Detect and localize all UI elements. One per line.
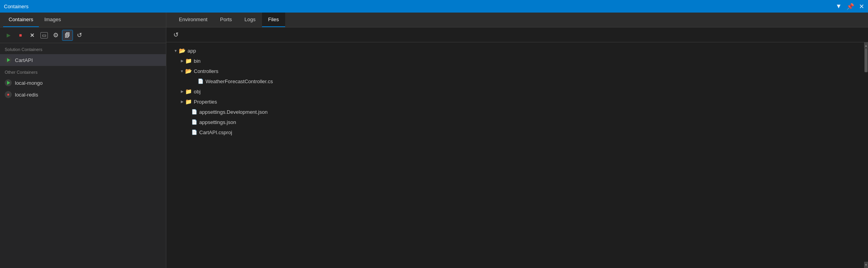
file-tree: 📂 app 📁 bin 📂 Controllers <box>166 42 864 268</box>
sidebar-tabs: Containers Images <box>0 13 166 27</box>
other-containers-label: Other Containers <box>0 66 166 77</box>
folder-icon-app: 📂 <box>179 47 186 54</box>
container-item-local-redis[interactable]: local-redis <box>0 89 166 100</box>
right-toolbar: ↺ <box>166 27 868 42</box>
chevron-controllers <box>179 69 185 74</box>
file-icon-appsettings-dev: 📄 <box>191 109 197 115</box>
container-item-cartapi[interactable]: CartAPI <box>0 54 166 66</box>
title-bar: Containers ▼ 📌 ✕ <box>0 0 868 13</box>
container-name-cartapi: CartAPI <box>15 57 33 63</box>
chevron-properties <box>179 100 185 104</box>
main-container: Containers Images ▶ ■ ✕ ▭ ⚙ 🗐 <box>0 13 868 268</box>
file-icon-appsettings: 📄 <box>191 119 197 125</box>
tab-environment[interactable]: Environment <box>173 13 214 27</box>
chevron-obj <box>179 89 185 93</box>
right-panel: Environment Ports Logs Files ↺ <box>166 13 868 268</box>
tab-ports[interactable]: Ports <box>214 13 238 27</box>
folder-icon-controllers: 📂 <box>185 68 192 74</box>
right-panel-scroll-area: 📂 app 📁 bin 📂 Controllers <box>166 42 868 268</box>
container-name-local-mongo: local-mongo <box>15 80 43 86</box>
start-button[interactable]: ▶ <box>3 30 14 41</box>
scrollbar-thumb-area <box>864 49 868 262</box>
status-stopped-icon-redis <box>5 91 12 98</box>
files-button[interactable]: 🗐 <box>62 30 73 41</box>
container-name-local-redis: local-redis <box>15 92 38 98</box>
tree-label-properties: Properties <box>194 99 217 105</box>
chevron-app <box>173 48 179 53</box>
tab-images[interactable]: Images <box>39 13 67 27</box>
tree-label-appsettings: appsettings.json <box>199 119 236 125</box>
tree-label-obj: obj <box>194 89 200 95</box>
tree-item-appsettings-dev[interactable]: 📄 appsettings.Development.json <box>166 107 864 117</box>
folder-icon-bin: 📁 <box>185 58 192 64</box>
tree-item-weatherforecast[interactable]: 📄 WeatherForecastController.cs <box>166 76 864 86</box>
title-bar-pin[interactable]: 📌 <box>846 3 854 10</box>
folder-icon-properties: 📁 <box>185 98 192 105</box>
tree-label-weatherforecast: WeatherForecastController.cs <box>206 78 273 84</box>
tree-item-properties[interactable]: 📁 Properties <box>166 97 864 107</box>
tree-item-csproj[interactable]: 📄 CartAPI.csproj <box>166 127 864 137</box>
title-bar-close[interactable]: ✕ <box>859 3 864 10</box>
status-running-icon-mongo <box>5 79 12 86</box>
terminal-button[interactable]: ▭ <box>38 30 49 41</box>
remove-button[interactable]: ✕ <box>27 30 38 41</box>
settings-button[interactable]: ⚙ <box>50 30 61 41</box>
tree-item-obj[interactable]: 📁 obj <box>166 86 864 97</box>
scrollbar-up[interactable]: ▲ <box>864 42 868 49</box>
tree-label-bin: bin <box>194 58 200 64</box>
refresh-button[interactable]: ↺ <box>74 30 85 41</box>
tree-label-controllers: Controllers <box>194 68 218 74</box>
tree-label-appsettings-dev: appsettings.Development.json <box>199 109 267 115</box>
tree-label-csproj: CartAPI.csproj <box>199 129 232 135</box>
scrollbar-down[interactable]: ▼ <box>864 262 868 268</box>
tree-item-app[interactable]: 📂 app <box>166 46 864 56</box>
title-bar-title: Containers <box>4 4 29 9</box>
tree-item-controllers[interactable]: 📂 Controllers <box>166 66 864 76</box>
file-icon-csproj: 📄 <box>191 129 197 135</box>
tree-item-appsettings[interactable]: 📄 appsettings.json <box>166 117 864 127</box>
stop-button[interactable]: ■ <box>15 30 26 41</box>
tree-item-bin[interactable]: 📁 bin <box>166 56 864 66</box>
sidebar-toolbar: ▶ ■ ✕ ▭ ⚙ 🗐 ↺ <box>0 27 166 43</box>
title-bar-dropdown[interactable]: ▼ <box>835 3 842 10</box>
file-icon-weatherforecast: 📄 <box>198 78 204 84</box>
refresh-files-button[interactable]: ↺ <box>170 29 181 40</box>
sidebar: Containers Images ▶ ■ ✕ ▭ ⚙ 🗐 <box>0 13 166 268</box>
folder-icon-obj: 📁 <box>185 88 192 95</box>
container-item-local-mongo[interactable]: local-mongo <box>0 77 166 89</box>
tab-containers[interactable]: Containers <box>3 13 39 27</box>
tab-logs[interactable]: Logs <box>238 13 262 27</box>
scrollbar-track[interactable]: ▲ ▼ <box>864 42 868 268</box>
right-tabs: Environment Ports Logs Files <box>166 13 868 27</box>
tree-label-app: app <box>187 48 196 54</box>
scrollbar-thumb[interactable] <box>864 49 868 72</box>
tab-files[interactable]: Files <box>262 13 285 27</box>
chevron-bin <box>179 59 185 63</box>
solution-containers-label: Solution Containers <box>0 43 166 54</box>
status-running-icon <box>5 57 12 64</box>
